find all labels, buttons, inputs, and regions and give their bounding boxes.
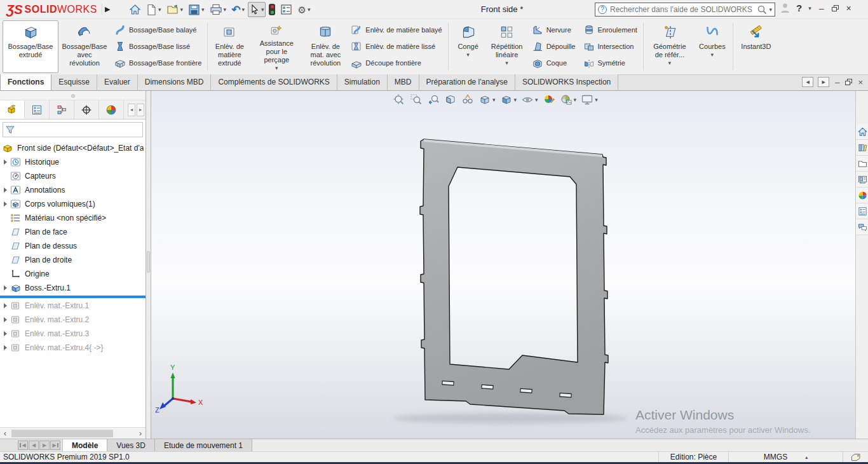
configurationmanager-tab[interactable] (50, 100, 74, 119)
next-pane-button[interactable]: ► (818, 77, 829, 87)
tag-button[interactable] (843, 452, 868, 463)
dropdown-icon[interactable]: ▾ (711, 51, 714, 58)
options-button[interactable]: ⚙ ▾ (295, 2, 312, 17)
help-search-box[interactable]: ? ▾ (595, 3, 775, 17)
appearances-button[interactable] (856, 188, 868, 203)
swept-cut-button[interactable]: Enlèv. de matière balayé (348, 23, 444, 37)
dropdown-icon[interactable]: ▾ (180, 6, 184, 13)
panel-splitter-handle[interactable] (71, 94, 75, 98)
expand-arrow-icon[interactable] (4, 329, 10, 338)
last-tab-button[interactable]: ▶ (50, 440, 60, 450)
graphics-viewport[interactable]: ▾ ▾ ▾ ▾ ▾ (151, 91, 855, 439)
tree-item-annotations[interactable]: Annotations (0, 183, 146, 197)
home-button[interactable] (127, 2, 143, 17)
tree-filter-box[interactable] (3, 122, 143, 137)
scrollbar-track[interactable] (10, 429, 135, 438)
tab-simulation[interactable]: Simulation (337, 74, 388, 90)
wrap-button[interactable]: Enroulement (581, 23, 640, 37)
revolved-boss-button[interactable]: Bossage/Base avec révolution (58, 20, 111, 73)
tree-item-origine[interactable]: Origine (0, 267, 146, 281)
dimxpertmanager-tab[interactable] (74, 100, 99, 119)
front-panel-body[interactable] (420, 139, 608, 414)
dropdown-icon[interactable]: ▾ (505, 60, 508, 66)
tab-etude-de-mouvement[interactable]: Etude de mouvement 1 (155, 439, 252, 451)
file-explorer-button[interactable] (856, 156, 868, 172)
panel-tabs-scroll-right-button[interactable]: ▸ (137, 104, 144, 116)
previous-pane-button[interactable]: ◄ (802, 77, 813, 87)
restore-button[interactable] (832, 5, 839, 11)
undo-button[interactable]: ↶ ▾ (229, 2, 247, 17)
dropdown-icon[interactable]: ▾ (158, 6, 161, 13)
expand-arrow-icon[interactable] (4, 315, 10, 324)
expand-arrow-icon[interactable] (4, 186, 10, 194)
instant3d-button[interactable]: Instant3D (735, 20, 777, 73)
dropdown-icon[interactable]: ▾ (308, 6, 311, 13)
first-tab-button[interactable]: ◀ (18, 440, 28, 450)
tree-item-plan-de-droite[interactable]: Plan de droite (0, 253, 146, 267)
tab-preparation-analyse[interactable]: Préparation de l'analyse (419, 74, 515, 90)
model-part[interactable]: Y X Z (151, 91, 855, 439)
panel-horizontal-scrollbar[interactable]: ‹ › (0, 427, 146, 439)
close-button[interactable]: × (844, 3, 854, 13)
dropdown-icon[interactable]: ▾ (261, 6, 264, 13)
lofted-boss-button[interactable]: Bossage/Base lissé (112, 39, 204, 53)
reference-geometry-button[interactable]: Géométrie de référ... ▾ (646, 20, 694, 73)
tree-item-plan-de-dessus[interactable]: Plan de dessus (0, 239, 146, 253)
file-properties-button[interactable] (278, 2, 294, 17)
expand-arrow-icon[interactable] (4, 301, 10, 310)
login-person-icon[interactable] (779, 2, 791, 14)
tree-item-materiau[interactable]: Matériau <non spécifié> (0, 211, 146, 225)
linear-pattern-button[interactable]: Répétition linéaire ▾ (486, 20, 528, 73)
tab-mbd[interactable]: MBD (388, 74, 419, 90)
open-button[interactable]: ▾ (165, 2, 186, 17)
search-icon[interactable] (757, 4, 768, 15)
displaymanager-tab[interactable] (99, 100, 124, 119)
mirror-button[interactable]: Symétrie (581, 57, 640, 71)
taskpane-home-button[interactable] (856, 124, 868, 140)
expand-arrow-icon[interactable] (4, 200, 10, 208)
rollback-bar[interactable] (0, 296, 146, 298)
tab-vues-3d[interactable]: Vues 3D (107, 439, 155, 451)
expand-arrow-icon[interactable] (4, 283, 10, 292)
boundary-cut-button[interactable]: Découpe frontière (348, 57, 444, 71)
tree-item-corps-volumiques[interactable]: Corps volumiques(1) (0, 197, 146, 211)
next-tab-button[interactable]: ▶ (39, 440, 50, 450)
scroll-left-button[interactable]: ‹ (0, 429, 10, 438)
tab-modele[interactable]: Modèle (63, 439, 107, 451)
dropdown-icon[interactable]: ▾ (201, 6, 205, 13)
dropdown-icon[interactable]: ▾ (808, 5, 811, 11)
propertymanager-tab[interactable] (25, 100, 50, 119)
shell-button[interactable]: Coque (529, 57, 578, 71)
revolved-cut-button[interactable]: Enlèv. de mat. avec révolution (304, 20, 347, 73)
tab-evaluer[interactable]: Evaluer (97, 74, 138, 90)
tree-item-capteurs[interactable]: Capteurs (0, 169, 146, 183)
expand-arrow-icon[interactable] (4, 158, 10, 167)
panel-viewport-splitter[interactable] (146, 91, 151, 439)
dropdown-icon[interactable]: ▾ (241, 6, 245, 13)
save-button[interactable]: ▾ (186, 2, 207, 17)
design-library-button[interactable] (856, 140, 868, 156)
tab-dimensions-mbd[interactable]: Dimensions MBD (138, 74, 212, 90)
boundary-boss-button[interactable]: Bossage/Base frontière (112, 57, 204, 71)
select-tool-button[interactable]: ▾ (248, 2, 266, 17)
fillet-button[interactable]: Congé ▾ (451, 20, 486, 73)
tree-root-part[interactable]: Front side (Défaut<<Défaut>_Etat d'a (0, 141, 146, 155)
tab-fonctions[interactable]: Fonctions (0, 74, 51, 90)
tree-item-enlev-extru1[interactable]: Enlèv. mat.-Extru.1 (0, 299, 146, 313)
tab-esquisse[interactable]: Esquisse (51, 74, 97, 90)
tree-item-historique[interactable]: Historique (0, 155, 146, 169)
draft-button[interactable]: Dépouille (529, 39, 578, 53)
tree-item-enlev-extru4[interactable]: Enlèv. mat.-Extru.4{ ->} (0, 341, 146, 355)
extruded-cut-button[interactable]: Enlèv. de matière extrudé (210, 20, 249, 73)
curves-button[interactable]: Courbes ▾ (694, 20, 731, 73)
scrollbar-thumb[interactable] (11, 430, 113, 437)
tree-item-enlev-extru2[interactable]: Enlèv. mat.-Extru.2 (0, 313, 146, 327)
dropdown-icon[interactable]: ▾ (668, 60, 672, 66)
tree-item-plan-de-face[interactable]: Plan de face (0, 225, 146, 239)
panel-tabs-scroll-left-button[interactable]: ◂ (128, 104, 135, 116)
doc-restore-button[interactable] (845, 79, 852, 85)
tree-filter-input[interactable] (15, 124, 140, 135)
splitter-knob[interactable] (147, 251, 150, 273)
tab-sw-inspection[interactable]: SOLIDWORKS Inspection (515, 74, 618, 90)
unit-system-selector[interactable]: MMGS ▴ (728, 452, 843, 463)
